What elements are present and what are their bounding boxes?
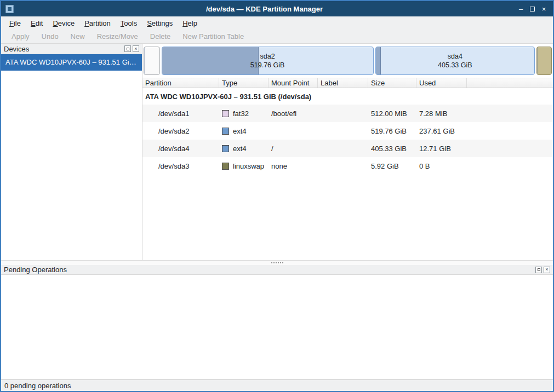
menu-partition[interactable]: Partition bbox=[79, 18, 116, 29]
pending-float-button[interactable] bbox=[535, 267, 542, 273]
column-header-label[interactable]: Label bbox=[318, 78, 368, 88]
float-icon bbox=[127, 48, 129, 50]
table-header: Partition Type Mount Point Label Size Us… bbox=[142, 78, 553, 88]
partition-cell: /dev/sda2 bbox=[142, 127, 219, 135]
minimize-button[interactable]: – bbox=[515, 3, 527, 14]
filesystem-color-swatch bbox=[222, 145, 229, 152]
kde-partition-manager-window: /dev/sda — KDE Partition Manager – × Fil… bbox=[0, 0, 554, 392]
used-space-indicator bbox=[376, 47, 381, 74]
filesystem-color-swatch bbox=[222, 128, 229, 135]
column-header-type[interactable]: Type bbox=[219, 78, 269, 88]
filesystem-color-swatch bbox=[222, 110, 229, 117]
filesystem-type: ext4 bbox=[233, 127, 247, 135]
device-item-sda[interactable]: ATA WDC WD10JPVX-60J – 931.51 GiB (/dev/… bbox=[1, 54, 142, 71]
partition-segment-sda1[interactable] bbox=[144, 47, 160, 75]
partition-cell: /dev/sda1 bbox=[142, 109, 219, 118]
menu-settings[interactable]: Settings bbox=[142, 18, 178, 29]
table-row-sda1[interactable]: /dev/sda1 fat32 /boot/efi 512.00 MiB 7.2… bbox=[142, 105, 553, 122]
new-button[interactable]: New bbox=[65, 31, 91, 42]
resize-move-button[interactable]: Resize/Move bbox=[91, 31, 144, 42]
partition-bar: sda2 519.76 GiB sda4 405.33 GiB bbox=[144, 47, 552, 75]
size-cell: 512.00 MiB bbox=[368, 109, 416, 118]
segment-size: 405.33 GiB bbox=[438, 61, 472, 70]
table-row-sda3[interactable]: /dev/sda3 linuxswap none 5.92 GiB 0 B bbox=[142, 157, 553, 175]
device-list: ATA WDC WD10JPVX-60J – 931.51 GiB (/dev/… bbox=[1, 54, 142, 260]
content-area: sda2 519.76 GiB sda4 405.33 GiB Partitio bbox=[142, 44, 553, 260]
table-row-sda4[interactable]: /dev/sda4 ext4 / 405.33 GiB 12.71 GiB bbox=[142, 140, 553, 157]
segment-name: sda2 bbox=[260, 52, 275, 61]
partition-segment-sda3[interactable] bbox=[536, 47, 552, 75]
size-cell: 405.33 GiB bbox=[368, 145, 416, 153]
type-cell: fat32 bbox=[219, 109, 269, 118]
toolbar: Apply Undo New Resize/Move Delete New Pa… bbox=[1, 30, 553, 44]
used-space-indicator bbox=[144, 47, 145, 74]
statusbar: 0 pending operations bbox=[1, 379, 553, 391]
menu-device[interactable]: Device bbox=[48, 18, 79, 29]
pending-operations-header: Pending Operations × bbox=[1, 265, 553, 275]
partition-segment-sda4[interactable]: sda4 405.33 GiB bbox=[375, 47, 535, 75]
horizontal-splitter[interactable] bbox=[1, 260, 553, 265]
partition-table: Partition Type Mount Point Label Size Us… bbox=[142, 78, 553, 260]
apply-button[interactable]: Apply bbox=[5, 31, 36, 42]
maximize-icon bbox=[530, 7, 535, 11]
close-button[interactable]: × bbox=[538, 3, 550, 14]
new-partition-table-button[interactable]: New Partition Table bbox=[176, 31, 250, 42]
used-cell: 237.61 GiB bbox=[416, 127, 467, 135]
float-icon bbox=[538, 268, 540, 271]
type-cell: ext4 bbox=[219, 127, 269, 135]
filesystem-type: fat32 bbox=[233, 109, 249, 118]
filesystem-type: ext4 bbox=[233, 145, 247, 153]
close-icon: × bbox=[545, 267, 548, 272]
mount-point-cell: / bbox=[269, 145, 318, 153]
window-title: /dev/sda — KDE Partition Manager bbox=[14, 5, 515, 13]
menu-file[interactable]: File bbox=[4, 18, 26, 29]
column-header-mount-point[interactable]: Mount Point bbox=[269, 78, 318, 88]
partition-cell: /dev/sda3 bbox=[142, 162, 219, 170]
segment-size: 519.76 GiB bbox=[250, 61, 285, 70]
column-header-filler bbox=[467, 78, 553, 88]
undo-button[interactable]: Undo bbox=[36, 31, 65, 42]
pending-operations-title: Pending Operations bbox=[4, 266, 534, 274]
mount-point-cell: /boot/efi bbox=[269, 109, 318, 118]
pending-operations-list bbox=[1, 275, 553, 379]
devices-close-button[interactable]: × bbox=[133, 45, 139, 52]
splitter-handle-icon bbox=[271, 262, 283, 263]
type-cell: ext4 bbox=[219, 145, 269, 153]
menubar: File Edit Device Partition Tools Setting… bbox=[1, 16, 553, 30]
app-icon bbox=[5, 5, 14, 13]
table-row-sda2[interactable]: /dev/sda2 ext4 519.76 GiB 237.61 GiB bbox=[142, 122, 553, 140]
filesystem-type: linuxswap bbox=[233, 162, 264, 170]
segment-name: sda4 bbox=[448, 52, 462, 61]
devices-float-button[interactable] bbox=[124, 45, 131, 52]
titlebar[interactable]: /dev/sda — KDE Partition Manager – × bbox=[1, 1, 553, 16]
partition-cell: /dev/sda4 bbox=[142, 145, 219, 153]
pending-operations-count: 0 pending operations bbox=[4, 382, 71, 390]
pending-close-button[interactable]: × bbox=[544, 267, 550, 273]
used-cell: 7.28 MiB bbox=[416, 109, 467, 118]
used-cell: 0 B bbox=[416, 162, 467, 170]
table-empty-area bbox=[142, 175, 553, 260]
size-cell: 5.92 GiB bbox=[368, 162, 416, 170]
menu-help[interactable]: Help bbox=[178, 18, 202, 29]
filesystem-color-swatch bbox=[222, 163, 229, 170]
minimize-icon: – bbox=[519, 5, 523, 13]
menu-edit[interactable]: Edit bbox=[26, 18, 48, 29]
devices-panel: Devices × ATA WDC WD10JPVX-60J – 931.51 … bbox=[1, 44, 142, 260]
size-cell: 519.76 GiB bbox=[368, 127, 416, 135]
partition-segment-sda2[interactable]: sda2 519.76 GiB bbox=[162, 47, 374, 75]
delete-button[interactable]: Delete bbox=[144, 31, 177, 42]
mount-point-cell: none bbox=[269, 162, 318, 170]
main-area: Devices × ATA WDC WD10JPVX-60J – 931.51 … bbox=[1, 44, 553, 260]
menu-tools[interactable]: Tools bbox=[116, 18, 142, 29]
column-header-size[interactable]: Size bbox=[368, 78, 416, 88]
devices-panel-header: Devices × bbox=[1, 44, 142, 54]
device-group-header[interactable]: ATA WDC WD10JPVX-60J – 931.51 GiB (/dev/… bbox=[142, 88, 553, 105]
used-space-indicator bbox=[537, 47, 538, 74]
column-header-partition[interactable]: Partition bbox=[142, 78, 219, 88]
table-body: /dev/sda1 fat32 /boot/efi 512.00 MiB 7.2… bbox=[142, 105, 553, 175]
maximize-button[interactable] bbox=[527, 3, 538, 14]
column-header-used[interactable]: Used bbox=[416, 78, 467, 88]
close-icon: × bbox=[542, 5, 546, 13]
used-cell: 12.71 GiB bbox=[416, 145, 467, 153]
used-space-indicator bbox=[162, 47, 259, 74]
